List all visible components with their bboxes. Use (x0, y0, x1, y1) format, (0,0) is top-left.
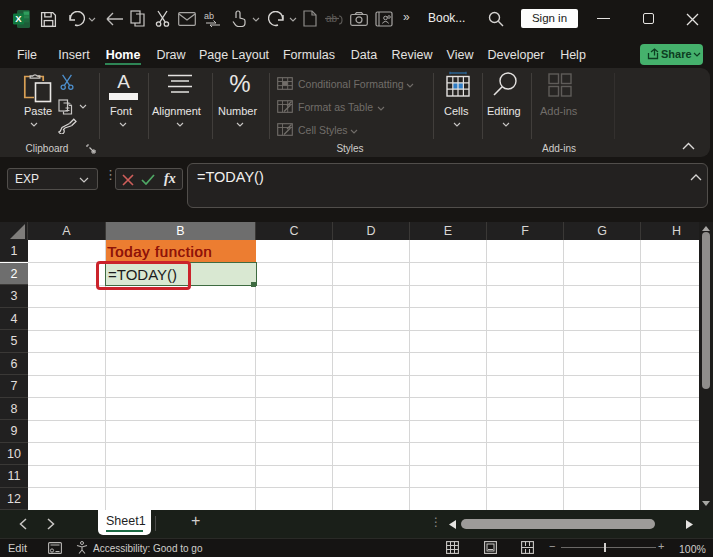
svg-text:X: X (15, 13, 22, 24)
svg-text:ab: ab (204, 11, 214, 21)
